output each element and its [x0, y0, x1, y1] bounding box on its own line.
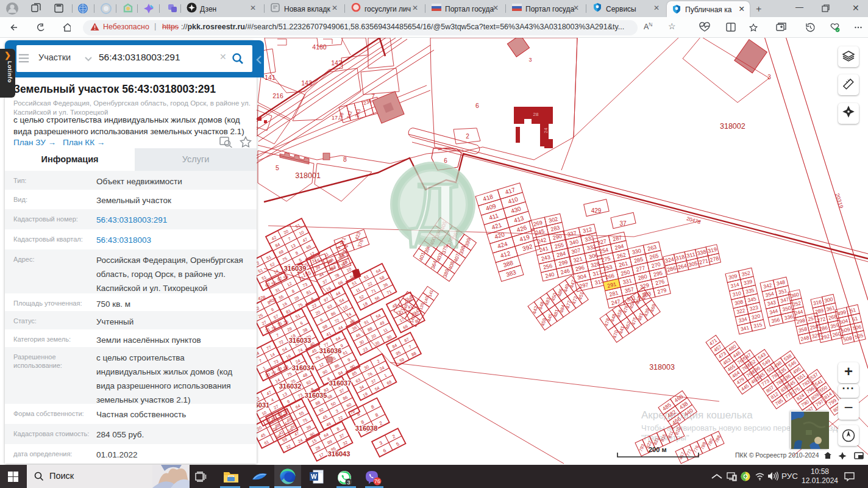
svg-text:37: 37 [619, 220, 627, 227]
svg-text:316036: 316036 [319, 347, 342, 354]
svg-text:216: 216 [272, 92, 283, 99]
svg-text:142: 142 [331, 59, 342, 66]
svg-text:2: 2 [466, 133, 469, 140]
svg-text:318001: 318001 [295, 171, 321, 180]
svg-text:24: 24 [543, 127, 549, 133]
svg-text:316039: 316039 [284, 265, 307, 272]
svg-text:316033: 316033 [289, 337, 311, 344]
svg-text:316035: 316035 [305, 392, 327, 399]
svg-text:Акредитация кошелька: Акредитация кошелька [641, 409, 753, 421]
svg-text:316037: 316037 [329, 379, 352, 387]
svg-text:3: 3 [528, 57, 532, 63]
svg-text:76: 76 [374, 478, 380, 484]
svg-text:318003: 318003 [649, 363, 675, 371]
svg-text:429: 429 [591, 207, 602, 214]
svg-text:7: 7 [371, 93, 375, 100]
svg-text:5: 5 [276, 164, 279, 171]
svg-text:3: 3 [347, 479, 350, 486]
svg-text:6: 6 [475, 102, 479, 109]
svg-text:316032: 316032 [279, 382, 302, 390]
svg-text:316034: 316034 [292, 364, 315, 371]
svg-text:316038: 316038 [355, 425, 378, 432]
svg-text:17: 17 [332, 115, 338, 121]
svg-text:318002: 318002 [720, 122, 745, 131]
svg-text:28: 28 [533, 112, 539, 117]
svg-text:316043: 316043 [328, 450, 350, 458]
svg-text:6: 6 [444, 157, 447, 164]
svg-text:4160: 4160 [312, 43, 327, 51]
svg-text:Д: Д [409, 168, 458, 248]
svg-text:141: 141 [265, 74, 276, 81]
svg-text:8: 8 [343, 156, 347, 163]
